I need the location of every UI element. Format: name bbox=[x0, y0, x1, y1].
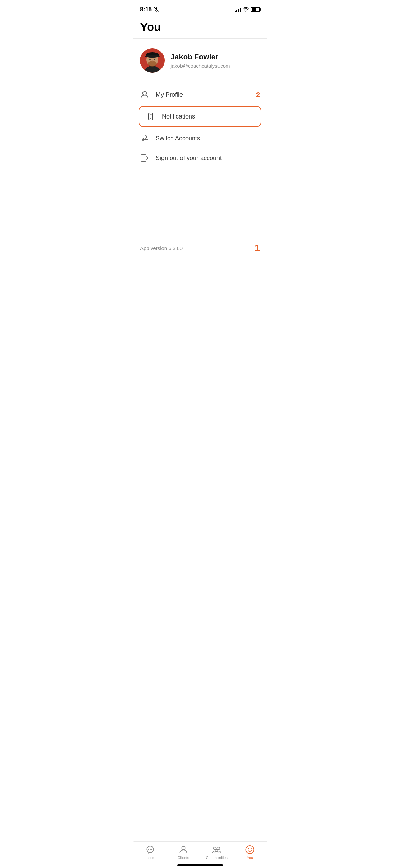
profile-email: jakob@coachcatalyst.com bbox=[171, 63, 230, 69]
page-title: You bbox=[140, 20, 260, 34]
signal-bars-icon bbox=[235, 7, 241, 12]
person-icon bbox=[140, 90, 149, 99]
profile-section: Jakob Fowler jakob@coachcatalyst.com bbox=[133, 39, 267, 82]
sign-out-label: Sign out of your account bbox=[156, 155, 260, 162]
status-time: 8:15 bbox=[140, 6, 159, 13]
svg-point-10 bbox=[154, 59, 155, 60]
app-version-section: App version 6.3.60 1 bbox=[133, 237, 267, 259]
notifications-label: Notifications bbox=[162, 113, 254, 120]
mute-icon bbox=[154, 7, 159, 12]
my-profile-badge: 2 bbox=[256, 91, 260, 99]
svg-rect-15 bbox=[150, 114, 152, 115]
menu-item-sign-out[interactable]: Sign out of your account bbox=[133, 148, 267, 168]
profile-name: Jakob Fowler bbox=[171, 53, 230, 61]
menu-item-notifications[interactable]: Notifications bbox=[139, 106, 261, 127]
svg-point-7 bbox=[145, 55, 160, 58]
svg-point-12 bbox=[143, 92, 147, 95]
phone-icon bbox=[146, 112, 155, 121]
app-version-text: App version 6.3.60 bbox=[140, 245, 183, 251]
avatar-image bbox=[140, 48, 165, 73]
svg-point-9 bbox=[149, 59, 151, 60]
profile-info: Jakob Fowler jakob@coachcatalyst.com bbox=[171, 53, 230, 69]
wifi-icon bbox=[243, 7, 249, 12]
page-title-container: You bbox=[133, 17, 267, 39]
my-profile-label: My Profile bbox=[156, 91, 246, 98]
switch-accounts-label: Switch Accounts bbox=[156, 135, 260, 142]
menu-item-my-profile[interactable]: My Profile 2 bbox=[133, 85, 267, 105]
switch-icon bbox=[140, 134, 149, 143]
status-icons bbox=[235, 7, 260, 12]
signout-icon bbox=[140, 153, 149, 162]
svg-point-14 bbox=[150, 118, 151, 119]
battery-icon bbox=[251, 7, 260, 12]
menu-section: My Profile 2 Notifications Switch Accoun… bbox=[133, 82, 267, 170]
svg-point-11 bbox=[152, 60, 153, 62]
menu-item-switch-accounts[interactable]: Switch Accounts bbox=[133, 128, 267, 148]
status-bar: 8:15 bbox=[133, 0, 267, 17]
avatar bbox=[140, 48, 165, 73]
app-version-badge: 1 bbox=[254, 242, 260, 253]
